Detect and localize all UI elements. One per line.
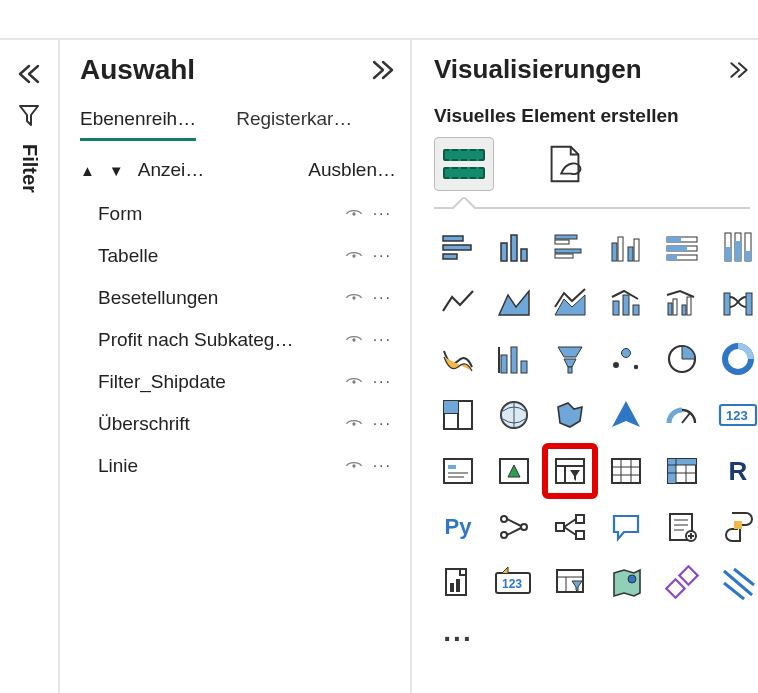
visualizations-pane: Visualisierungen Visuelles Element erste… [410,40,758,693]
collapse-icon[interactable] [370,60,396,80]
item-label: Filter_Shipdate [98,371,226,393]
more-visuals-icon[interactable]: ··· [434,615,482,663]
list-item[interactable]: Filter_Shipdate ··· [80,361,396,403]
visibility-icon[interactable] [345,331,363,349]
get-more-visuals-icon[interactable] [714,559,758,607]
visibility-icon[interactable] [345,205,363,223]
visibility-icon[interactable] [345,247,363,265]
table-icon[interactable] [602,447,650,495]
svg-point-82 [501,532,507,538]
matrix-icon[interactable] [658,447,706,495]
list-item[interactable]: Form ··· [80,193,396,235]
visibility-icon[interactable] [345,457,363,475]
slicer-icon[interactable] [546,447,594,495]
r-visual-icon[interactable]: R [714,447,758,495]
svg-line-89 [564,519,576,527]
collapse-viz-icon[interactable] [728,60,750,80]
hundred-percent-bar-chart-icon[interactable] [658,223,706,271]
list-item[interactable]: Linie ··· [80,445,396,487]
sort-down-icon[interactable]: ▼ [109,162,124,179]
svg-rect-10 [501,243,507,261]
line-chart-icon[interactable] [434,279,482,327]
hide-button[interactable]: Ausblen… [308,159,396,181]
svg-rect-7 [443,236,463,241]
svg-rect-66 [556,459,584,483]
funnel-icon[interactable] [17,102,41,126]
waterfall-chart-icon[interactable] [434,335,482,383]
esri-map-icon[interactable] [602,559,650,607]
visualization-gallery: 123 R Py 123 ··· [434,223,758,663]
svg-rect-39 [687,297,691,315]
list-item[interactable]: Überschrift ··· [80,403,396,445]
svg-point-1 [352,254,355,257]
shape-map-icon[interactable] [546,391,594,439]
svg-point-57 [501,402,527,428]
pie-chart-icon[interactable] [602,335,650,383]
ribbon-chart-icon[interactable] [714,279,758,327]
svg-rect-11 [511,235,517,261]
svg-rect-101 [456,579,460,592]
paginated-report-icon[interactable] [714,503,758,551]
expand-icon[interactable] [16,64,42,84]
sort-up-icon[interactable]: ▲ [80,162,95,179]
more-icon[interactable]: ··· [373,247,392,265]
selection-items: Form ··· Tabelle ··· Besetellungen ··· P… [80,193,396,487]
more-icon[interactable]: ··· [373,289,392,307]
visibility-icon[interactable] [345,373,363,391]
arcgis-map-icon[interactable] [546,559,594,607]
visibility-icon[interactable] [345,289,363,307]
map-icon[interactable] [434,391,482,439]
more-icon[interactable]: ··· [373,205,392,223]
clustered-column-chart-icon[interactable] [602,223,650,271]
power-apps-icon[interactable] [434,559,482,607]
card-icon[interactable]: 123 [714,391,758,439]
svg-point-48 [622,349,631,358]
key-influencers-icon[interactable] [490,503,538,551]
power-automate-icon[interactable]: 123 [490,559,538,607]
donut-chart-icon[interactable] [658,335,706,383]
svg-point-0 [352,212,355,215]
treemap-icon[interactable] [714,335,758,383]
tab-bookmarks[interactable]: Registerkar… [236,108,352,141]
line-clustered-column-chart-icon[interactable] [658,279,706,327]
kpi-icon[interactable] [490,447,538,495]
hundred-percent-column-chart-icon[interactable] [714,223,758,271]
svg-text:123: 123 [502,577,522,591]
visibility-icon[interactable] [345,415,363,433]
area-chart-icon[interactable] [490,279,538,327]
item-label: Profit nach Subkateg… [98,329,293,351]
gauge-icon[interactable] [658,391,706,439]
funnel-chart-icon[interactable] [490,335,538,383]
q-and-a-icon[interactable] [602,503,650,551]
scatter-chart-icon[interactable] [546,335,594,383]
format-visual-button[interactable] [542,141,588,187]
clustered-bar-chart-icon[interactable] [546,223,594,271]
tab-layers[interactable]: Ebenenreih… [80,108,196,141]
workspace: Filter Auswahl Ebenenreih… Registerkar… … [0,40,758,693]
decomposition-tree-icon[interactable] [546,503,594,551]
stacked-column-chart-icon[interactable] [490,223,538,271]
line-stacked-column-chart-icon[interactable] [602,279,650,327]
list-item[interactable]: Profit nach Subkateg… ··· [80,319,396,361]
filter-rail: Filter [0,40,60,693]
azure-map-icon[interactable] [602,391,650,439]
more-icon[interactable]: ··· [373,415,392,433]
stacked-bar-chart-icon[interactable] [434,223,482,271]
list-item[interactable]: Besetellungen ··· [80,277,396,319]
svg-rect-61 [444,459,472,483]
more-icon[interactable]: ··· [373,373,392,391]
custom-visual-icon[interactable] [658,559,706,607]
python-visual-icon[interactable]: Py [434,503,482,551]
more-icon[interactable]: ··· [373,457,392,475]
svg-rect-46 [568,367,572,373]
filled-map-icon[interactable] [490,391,538,439]
show-button[interactable]: Anzei… [138,159,205,181]
multi-row-card-icon[interactable] [434,447,482,495]
svg-rect-32 [745,251,751,261]
smart-narrative-icon[interactable] [658,503,706,551]
list-item[interactable]: Tabelle ··· [80,235,396,277]
build-visual-button[interactable] [434,137,494,191]
stacked-area-chart-icon[interactable] [546,279,594,327]
more-icon[interactable]: ··· [373,331,392,349]
svg-rect-18 [618,237,623,261]
